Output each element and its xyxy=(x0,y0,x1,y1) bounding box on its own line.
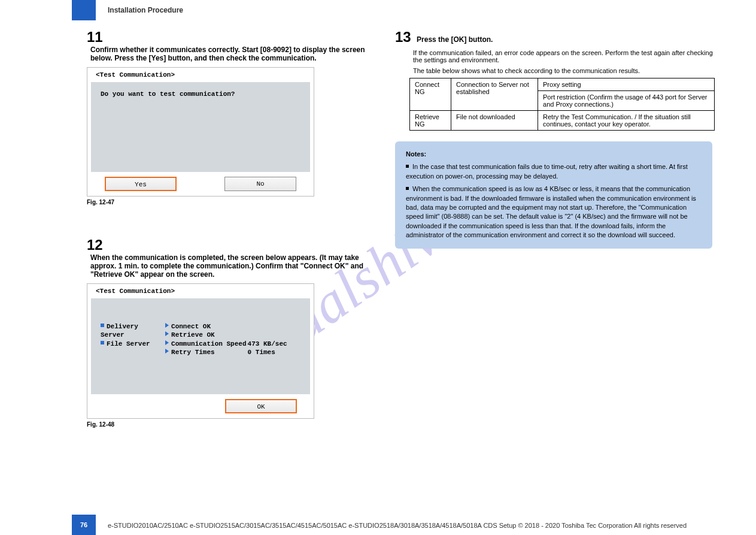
note-2: When the communication speed is as low a… xyxy=(406,185,696,238)
square-icon xyxy=(101,341,104,344)
no-button[interactable]: No xyxy=(224,177,296,191)
step13-number: 13 xyxy=(395,29,411,46)
dialog1-title: <Test Communication> xyxy=(87,68,314,82)
retry-times-value: 0 Times xyxy=(248,348,300,356)
retry-times-label: Retry Times xyxy=(171,349,215,356)
footer-text: e-STUDIO2010AC/2510AC e-STUDIO2515AC/301… xyxy=(108,522,687,529)
delivery-server-label: Delivery Server xyxy=(101,323,138,338)
tbl-r1c3a: Proxy setting xyxy=(538,78,715,91)
step12-text: When the communication is completed, the… xyxy=(90,253,383,279)
triangle-icon xyxy=(165,331,169,336)
figure-caption-2: Fig. 12-48 xyxy=(87,421,383,428)
dialog-test-comm-result: <Test Communication> Delivery Server Fil… xyxy=(87,283,314,419)
step11-text: Confirm whether it communicates correctl… xyxy=(90,46,383,62)
yes-button[interactable]: Yes xyxy=(105,177,177,191)
page-number-box: 76 xyxy=(72,515,96,535)
page-header: Installation Procedure xyxy=(108,6,183,14)
note-1: In the case that test communication fail… xyxy=(406,163,688,179)
connect-ok-label: Connect OK xyxy=(171,323,211,330)
figure-caption-1: Fig. 12-47 xyxy=(87,199,383,205)
tbl-r1c3b: Port restriction (Confirm the usage of 4… xyxy=(538,91,715,111)
step13-text2: If the communication failed, an error co… xyxy=(413,49,718,64)
check-table: Connect NG Connection to Server not esta… xyxy=(409,78,715,131)
dialog2-title: <Test Communication> xyxy=(87,284,314,298)
comm-speed-value: 473 KB/sec xyxy=(248,340,300,348)
file-server-label: File Server xyxy=(107,340,150,347)
dialog-test-comm-prompt: <Test Communication> Do you want to test… xyxy=(87,67,314,197)
square-icon xyxy=(101,324,104,327)
step11-number: 11 xyxy=(87,29,103,46)
step13-text3: The table below shows what to check acco… xyxy=(413,67,718,74)
header-square xyxy=(72,0,96,20)
notes-box: Notes: In the case that test communicati… xyxy=(395,141,712,249)
bullet-icon xyxy=(406,165,409,168)
triangle-icon xyxy=(165,349,169,353)
step13-text: Press the [OK] button. xyxy=(417,35,493,44)
dialog1-prompt: Do you want to test communication? xyxy=(101,90,300,98)
ok-button[interactable]: OK xyxy=(225,399,297,413)
bullet-icon xyxy=(406,187,409,190)
tbl-r1c1: Connect NG xyxy=(410,78,451,111)
step12-number: 12 xyxy=(87,237,103,253)
triangle-icon xyxy=(165,323,169,328)
tbl-r2c3: Retry the Test Communication. / If the s… xyxy=(538,111,715,131)
notes-label: Notes: xyxy=(406,150,702,159)
tbl-r2c1: Retrieve NG xyxy=(410,111,451,131)
triangle-icon xyxy=(165,340,169,345)
tbl-r1c2: Connection to Server not established xyxy=(451,78,538,111)
tbl-r2c2: File not downloaded xyxy=(451,111,538,131)
retrieve-ok-label: Retrieve OK xyxy=(171,331,215,338)
comm-speed-label: Communication Speed xyxy=(171,340,246,347)
